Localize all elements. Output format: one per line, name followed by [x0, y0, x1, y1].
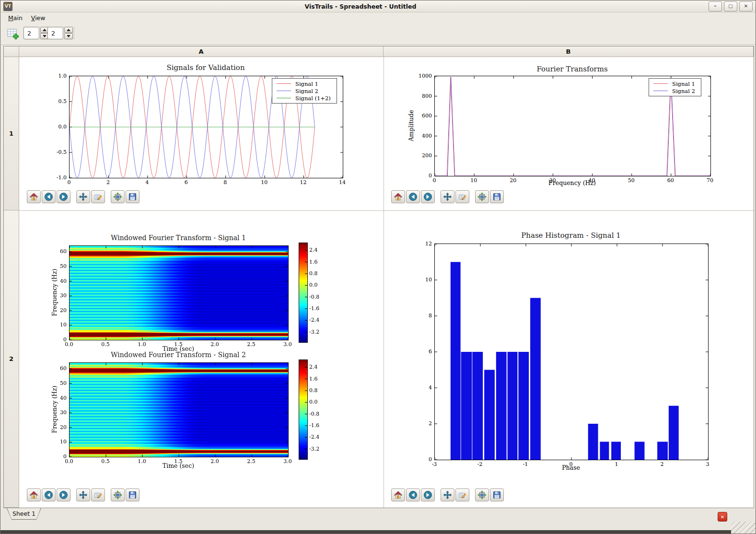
pan-button[interactable]: [76, 190, 90, 203]
x-tick-label: -2: [477, 461, 483, 467]
wft1-title: Windowed Fourier Transform - Signal 1: [111, 234, 246, 242]
home-button[interactable]: [391, 488, 405, 501]
home-icon: [394, 192, 403, 201]
x-tick-label: 3.0: [283, 341, 292, 348]
grid-plus-icon: [6, 27, 19, 40]
menu-item-main[interactable]: Main: [4, 13, 27, 23]
window-bottom-frame: [0, 530, 731, 534]
save-button[interactable]: [490, 190, 504, 203]
home-icon: [394, 490, 403, 499]
y-tick-label: 20: [60, 307, 67, 313]
row-header-1[interactable]: 1: [4, 57, 19, 210]
x-tick-label: 2: [661, 461, 664, 467]
col-count-field[interactable]: 2: [47, 27, 63, 39]
col-count-up-button[interactable]: [64, 27, 73, 33]
back-icon: [44, 192, 53, 201]
y-tick-label: 0: [63, 337, 67, 343]
forward-button[interactable]: [421, 488, 435, 501]
home-button[interactable]: [391, 190, 405, 203]
colorbar-tick-label: 2.4: [309, 247, 318, 253]
x-tick-label: 0.5: [101, 341, 110, 348]
resize-grip[interactable]: [731, 522, 756, 534]
close-button[interactable]: ✕: [739, 1, 753, 12]
configure-subplots-button[interactable]: [111, 488, 125, 501]
x-tick-label: 2.5: [247, 458, 256, 464]
legend-label: Signal (1+2): [295, 95, 331, 102]
zoom-rect-button[interactable]: [455, 488, 469, 501]
y-tick-label: 10: [60, 439, 67, 445]
home-button[interactable]: [27, 190, 41, 203]
maximize-button[interactable]: ▢: [724, 1, 737, 12]
y-tick-label: 600: [422, 113, 432, 119]
wft2-ylabel: Frequency (Hz): [51, 386, 58, 433]
colorbar-tick-label: 1.6: [309, 258, 318, 265]
pan-button[interactable]: [441, 190, 454, 203]
configure-subplots-button[interactable]: [111, 190, 125, 203]
pan-button[interactable]: [76, 488, 90, 501]
minimize-button[interactable]: –: [709, 1, 722, 12]
x-tick-label: 2: [106, 179, 110, 186]
y-tick-label: 0: [429, 456, 432, 463]
y-tick-label: -0.5: [57, 149, 67, 155]
row-count-field[interactable]: 2: [23, 27, 39, 39]
legend-label: Signal 2: [672, 88, 695, 94]
forward-button[interactable]: [57, 488, 70, 501]
back-button[interactable]: [406, 190, 420, 203]
back-icon: [408, 192, 418, 201]
save-button[interactable]: [126, 190, 140, 203]
x-tick-label: 10: [470, 177, 477, 184]
x-tick-label: 3: [706, 461, 709, 467]
pan-button[interactable]: [441, 488, 454, 501]
zoom-rect-button[interactable]: [91, 488, 105, 501]
home-button[interactable]: [27, 488, 41, 501]
y-tick-label: 50: [60, 380, 67, 386]
wft1-plot-area: [69, 245, 289, 340]
forward-button[interactable]: [421, 190, 435, 203]
configure-subplots-button[interactable]: [475, 190, 489, 203]
y-tick-label: 0.5: [58, 98, 67, 104]
zoom-rect-button[interactable]: [91, 190, 105, 203]
sheet-close-button[interactable]: ✕: [718, 512, 727, 522]
pan-icon: [79, 490, 88, 499]
histogram-bar: [496, 352, 507, 460]
y-tick-label: 1000: [419, 73, 432, 79]
legend-entry: Signal (1+2): [272, 94, 337, 102]
configure-subplots-icon: [477, 490, 487, 499]
forward-button[interactable]: [57, 190, 70, 203]
window-title: VisTrails - Spreadsheet - Untitled: [12, 3, 709, 10]
histogram-bar: [508, 352, 518, 460]
x-tick-label: 1.0: [138, 341, 146, 348]
x-tick-label: 1: [615, 461, 618, 467]
x-tick-label: -3: [432, 461, 437, 467]
back-button[interactable]: [42, 190, 56, 203]
minimize-icon: –: [714, 4, 717, 9]
col-count-down-button[interactable]: [64, 33, 73, 39]
legend-line-sample: [277, 91, 291, 91]
new-sheet-button[interactable]: [5, 26, 20, 41]
home-icon: [29, 192, 38, 201]
back-button[interactable]: [406, 488, 420, 501]
sheet-tab[interactable]: Sheet 1: [7, 508, 41, 520]
configure-subplots-button[interactable]: [475, 488, 489, 501]
y-tick-label: 8: [429, 313, 432, 319]
save-icon: [492, 490, 501, 499]
x-tick-label: 10: [261, 179, 268, 186]
x-tick-label: 6: [185, 179, 188, 186]
save-button[interactable]: [490, 488, 504, 501]
column-header-a[interactable]: A: [19, 46, 384, 57]
back-button[interactable]: [42, 488, 56, 501]
x-tick-label: 1.0: [138, 458, 146, 464]
menu-item-view[interactable]: View: [27, 13, 50, 23]
colorbar-tick-label: -0.8: [309, 293, 319, 300]
zoom-rect-button[interactable]: [455, 190, 469, 203]
save-button[interactable]: [126, 488, 140, 501]
column-header-b[interactable]: B: [384, 46, 754, 57]
legend-line-sample: [653, 91, 668, 91]
y-tick-label: 800: [422, 93, 432, 99]
signals-title: Signals for Validation: [166, 63, 244, 72]
window-controls: – ▢ ✕: [709, 1, 753, 12]
colorbar-tick-label: 0.8: [309, 270, 318, 276]
forward-icon: [423, 490, 432, 499]
zoom-rect-icon: [458, 192, 467, 201]
row-header-2[interactable]: 2: [4, 210, 19, 508]
